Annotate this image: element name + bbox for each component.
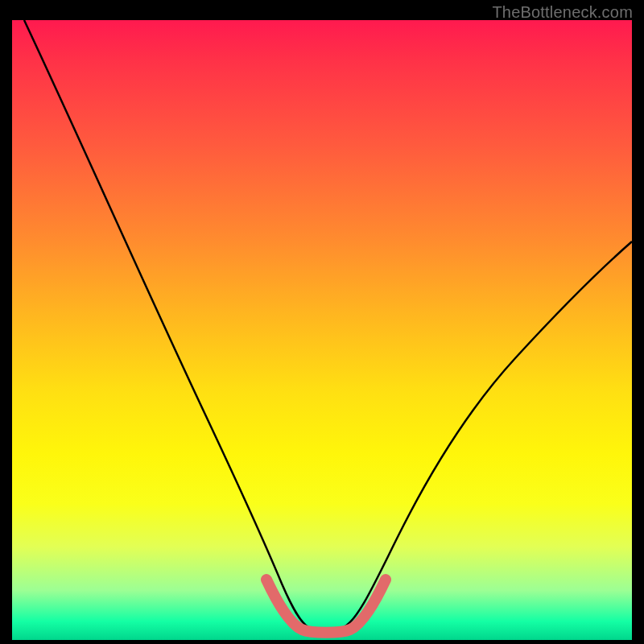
chart-plot <box>12 20 632 640</box>
chart-frame <box>12 20 632 640</box>
main-curve <box>24 20 632 630</box>
watermark-text: TheBottleneck.com <box>492 3 633 22</box>
